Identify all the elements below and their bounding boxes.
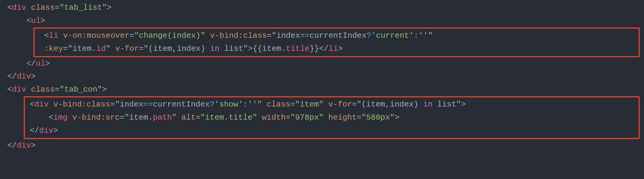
attr-name: v-bind:src (72, 113, 120, 122)
attr-name: v-on:mouseover (63, 31, 129, 40)
tag-name: ul (31, 16, 40, 25)
attr-name: v-bind:class (53, 100, 110, 109)
attr-name: class (267, 100, 290, 109)
code-line: </div> (0, 70, 644, 83)
tag-name: li (49, 31, 58, 40)
code-editor-snippet: <div class="tab_list"> <ul> <li v-on:mou… (0, 1, 644, 152)
highlight-box: <li v-on:mouseover="change(index)" v-bin… (33, 27, 640, 57)
code-line: <div class="tab_list"> (0, 1, 644, 14)
attr-value: change(index) (139, 31, 200, 40)
attr-name: class (31, 85, 55, 94)
tag-name: img (53, 113, 68, 122)
attr-name: class (31, 3, 55, 12)
code-line: <img v-bind:src="item.path" alt="item.ti… (25, 111, 639, 124)
code-line: <li v-on:mouseover="change(index)" v-bin… (35, 29, 639, 42)
code-line: <ul> (0, 14, 644, 27)
attr-name: v-for (328, 100, 352, 109)
code-line: </div> (0, 139, 644, 152)
attr-name: alt (181, 113, 196, 122)
attr-name: width (262, 113, 286, 122)
punct-open: < (7, 3, 12, 12)
tag-name: div (17, 72, 31, 81)
code-line: </ul> (0, 57, 644, 70)
code-line: :key="item.id" v-for="(item,index) in li… (35, 42, 639, 55)
code-line: <div v-bind:class="index==currentIndex?'… (25, 98, 639, 111)
attr-value: tab_list (64, 3, 102, 12)
code-line: <div class="tab_con"> (0, 83, 644, 96)
attr-name: :key (44, 44, 63, 53)
tag-name: ul (36, 59, 45, 68)
highlight-box: <div v-bind:class="index==currentIndex?'… (24, 96, 640, 139)
punct-close: > (107, 3, 112, 12)
tag-name: div (17, 141, 31, 150)
tag-name: div (34, 100, 49, 109)
tag-name: div (12, 3, 26, 12)
attr-name: v-bind:class (210, 31, 267, 40)
code-line: </div> (25, 124, 639, 137)
tag-name: div (12, 85, 26, 94)
attr-name: height (328, 113, 357, 122)
attr-name: v-for (115, 44, 139, 53)
attr-value: tab_con (64, 85, 97, 94)
tag-name: div (39, 126, 53, 135)
